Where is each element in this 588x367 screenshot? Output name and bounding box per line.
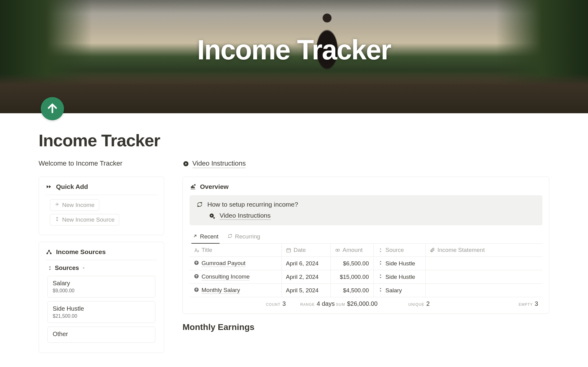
arrow-up-icon [46,102,59,116]
col-amount[interactable]: Amount [330,244,373,257]
arrow-up-circle-icon [194,260,199,267]
cover-decor-cliff [0,73,588,113]
source-amount: $9,000.00 [53,288,150,294]
svg-point-2 [47,253,48,254]
currency-icon [335,248,340,253]
welcome-text: Welcome to Income Tracker [39,159,164,168]
source-name: Salary [53,280,150,287]
source-tile[interactable]: Salary$9,000.00 [47,276,155,298]
row-statement [425,257,542,270]
row-title: Monthly Salary [202,287,240,294]
agg-sum-value: $26,000.00 [347,300,378,307]
refresh-icon [196,201,203,208]
svg-point-3 [50,253,51,254]
new-income-source-label: New Income Source [62,216,115,223]
sources-view-selector[interactable]: Sources [47,264,155,272]
new-income-button[interactable]: New Income [50,199,99,211]
row-title: Gumroad Payout [202,260,246,267]
tab-recurring-label: Recurring [235,233,260,240]
calendar-icon [286,248,291,253]
income-sources-card: Income Sources Sources Salary$9,000.00Si… [39,242,164,353]
overview-tabs: Recent Recurring [190,231,542,244]
plus-icon [55,202,60,208]
col-date[interactable]: Date [281,244,330,257]
row-source: Salary [386,287,402,294]
row-date: April 5, 2024 [281,284,330,297]
cover-image: Income Tracker [0,0,588,113]
callout-video-link[interactable]: Video Instructions [220,212,271,220]
income-table: Title Date Amount Source [190,244,542,297]
table-aggregations: COUNT 3 RANGE 4 days SUM $26,000.00 UNIQ… [190,297,542,312]
row-title: Consulting Income [202,273,250,280]
page-title: Income Tracker [39,130,549,150]
tab-recent[interactable]: Recent [191,231,220,244]
tab-recurring[interactable]: Recurring [226,231,261,244]
arrow-up-circle-icon [194,274,199,280]
source-tile[interactable]: Side Hustle$21,500.00 [47,301,155,323]
branches-icon [46,249,52,255]
table-row[interactable]: Consulting IncomeApril 2, 2024$15,000.00… [190,270,542,284]
sources-view-label: Sources [55,264,79,272]
text-icon [194,248,199,253]
agg-empty-label: EMPTY [519,302,533,307]
arrow-out-icon [193,233,198,240]
row-date: April 6, 2024 [281,257,330,270]
table-row[interactable]: Gumroad PayoutApril 6, 2024$6,500.00Side… [190,257,542,270]
svg-rect-5 [287,249,291,252]
row-source: Side Hustle [386,274,415,280]
fast-forward-icon [46,183,52,190]
agg-count-label: COUNT [266,302,281,307]
callout-question: How to setup recurring income? [207,201,298,208]
recurring-help-callout: How to setup recurring income? Video Ins… [190,195,542,225]
row-source: Side Hustle [386,260,415,267]
chevron-down-icon [81,266,86,270]
agg-range-label: RANGE [300,302,315,307]
agg-unique-value: 2 [426,300,430,307]
table-row[interactable]: Monthly SalaryApril 5, 2024$4,500.00Sala… [190,284,542,297]
paperclip-icon [430,248,435,253]
tab-recent-label: Recent [200,233,218,240]
sort-icon [378,260,383,267]
video-instructions-link[interactable]: Video Instructions [192,159,246,168]
play-circle-icon [183,160,189,167]
new-income-source-button[interactable]: New Income Source [50,214,119,226]
row-statement [425,270,542,284]
svg-point-1 [48,250,50,251]
row-amount: $4,500.00 [330,284,373,297]
source-name: Other [53,331,150,338]
sort-icon [378,274,383,280]
source-tile[interactable]: Other [47,327,155,343]
agg-empty-value: 3 [535,300,538,307]
monthly-earnings-heading: Monthly Earnings [183,322,549,332]
arrow-up-circle-icon [194,287,199,294]
quick-add-heading: Quick Add [56,183,88,190]
sort-icon [378,248,383,253]
agg-unique-label: UNIQUE [408,302,424,307]
agg-sum-label: SUM [336,302,345,307]
agg-count-value: 3 [282,300,286,307]
income-sources-heading: Income Sources [56,248,106,256]
row-statement [425,284,542,297]
row-amount: $15,000.00 [330,270,373,284]
col-statement[interactable]: Income Statement [425,244,542,257]
agg-range-value: 4 days [317,300,335,307]
col-source[interactable]: Source [373,244,425,257]
overview-heading: Overview [200,183,228,190]
row-amount: $6,500.00 [330,257,373,270]
play-share-icon [209,212,215,219]
overview-card: Overview How to setup recurring income? … [183,177,549,314]
sort-icon [55,216,60,223]
page-icon[interactable] [41,97,64,120]
source-name: Side Hustle [53,305,150,312]
refresh-icon [228,233,232,240]
chart-up-icon [190,183,196,190]
row-date: April 2, 2024 [281,270,330,284]
col-title[interactable]: Title [190,244,281,257]
new-income-label: New Income [62,202,95,208]
quick-add-card: Quick Add New Income New Income Source [39,177,164,235]
source-amount: $21,500.00 [53,313,150,319]
cover-title: Income Tracker [0,34,588,66]
sort-icon [378,287,383,294]
